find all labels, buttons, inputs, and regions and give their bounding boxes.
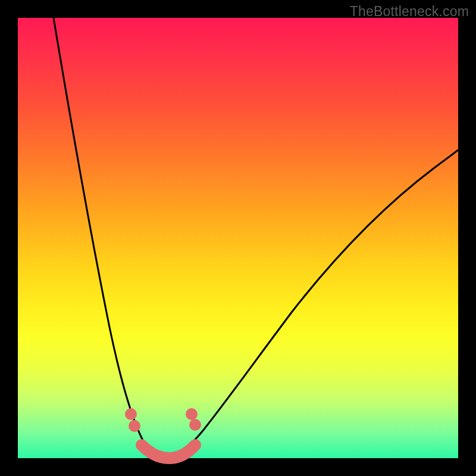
chart-svg [18,18,458,458]
dot-left-lower [129,420,140,432]
dot-right-upper [186,408,198,420]
dot-left-upper [125,408,137,420]
plot-area [18,18,458,458]
watermark-text: TheBottleneck.com [350,4,469,20]
chart-frame: TheBottleneck.com [0,0,476,476]
left-curve [54,18,167,458]
right-curve [167,150,458,458]
floor-band [142,445,195,458]
dot-right-lower [189,419,201,431]
